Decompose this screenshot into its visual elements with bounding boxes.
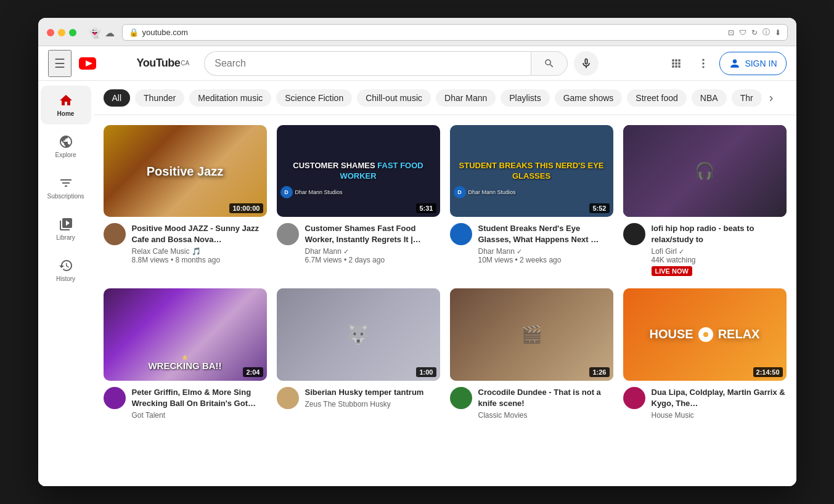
cloud-icon[interactable]: ☁ — [105, 27, 116, 38]
youtube-app: ☰ YouTubeCA — [38, 46, 796, 486]
sidebar-item-history[interactable]: History — [41, 251, 91, 290]
close-button[interactable] — [47, 29, 54, 36]
video-title-1: Positive Mood JAZZ - Sunny Jazz Cafe and… — [132, 223, 267, 245]
video-meta-8: Dua Lipa, Coldplay, Martin Garrix & Kygo… — [652, 387, 787, 420]
chip-nba[interactable]: NBA — [692, 89, 727, 107]
channel-name-8: House Music — [652, 411, 787, 420]
verified-icon-2: ✓ — [343, 248, 349, 255]
video-card-7[interactable]: 🎬 1:26 Crocodile Dundee - That is not a … — [450, 288, 613, 421]
reader-icon[interactable]: ⊡ — [728, 28, 734, 37]
maximize-button[interactable] — [69, 29, 76, 36]
yt-logo-ca: CA — [181, 60, 189, 67]
chip-streetfood[interactable]: Street food — [627, 89, 687, 107]
channel-name-2: Dhar Mann ✓ — [305, 247, 440, 256]
yt-logo[interactable]: YouTubeCA — [79, 57, 190, 70]
video-stats-1: 8.8M views • 8 months ago — [132, 256, 267, 264]
video-title-5: Peter Griffin, Elmo & More Sing Wrecking… — [132, 387, 267, 409]
chip-chillout[interactable]: Chill-out music — [357, 89, 431, 107]
yt-chips: All Thunder Meditation music Science Fic… — [94, 81, 796, 115]
chip-dharmann[interactable]: Dhar Mann — [436, 89, 496, 107]
video-card-8[interactable]: HOUSE RELAX 2:14:50 Dua Lipa, — [623, 288, 787, 421]
search-input[interactable] — [204, 51, 531, 76]
url-text: youtube.com — [142, 28, 188, 37]
video-thumbnail-5: ⭐ WRECKING BA!! 2:04 — [104, 288, 267, 380]
search-button[interactable] — [531, 51, 568, 76]
yt-search-bar — [204, 51, 599, 76]
video-meta-7: Crocodile Dundee - That is not a knife s… — [478, 387, 613, 420]
chip-all[interactable]: All — [104, 89, 131, 107]
video-card-2[interactable]: CUSTOMER SHAMES FAST FOOD WORKER D Dhar … — [277, 125, 440, 278]
video-title-6: Siberian Husky temper tantrum — [305, 387, 440, 398]
sidebar-label-history: History — [56, 275, 75, 282]
video-thumbnail-7: 🎬 1:26 — [450, 288, 613, 380]
address-bar-icons: ⊡ 🛡 ↻ ⓘ ⬇ — [728, 27, 781, 38]
yt-header: ☰ YouTubeCA — [38, 46, 796, 81]
video-duration-1: 10:00:00 — [229, 203, 263, 213]
sidebar-item-subscriptions[interactable]: Subscriptions — [41, 168, 91, 207]
chip-meditation[interactable]: Meditation music — [189, 89, 271, 107]
video-duration-6: 1:00 — [416, 367, 436, 377]
svg-point-2 — [703, 59, 705, 60]
sidebar-item-explore[interactable]: Explore — [41, 127, 91, 166]
channel-name-4: Lofi Girl ✓ — [652, 247, 787, 256]
sidebar-label-explore: Explore — [55, 152, 76, 158]
sign-in-button[interactable]: SIGN IN — [719, 52, 786, 75]
sidebar-label-subscriptions: Subscriptions — [47, 193, 84, 200]
video-card-5[interactable]: ⭐ WRECKING BA!! 2:04 Peter Griffin, Elmo… — [104, 288, 267, 421]
yt-logo-icon — [79, 57, 134, 70]
video-info-5: Peter Griffin, Elmo & More Sing Wrecking… — [104, 381, 267, 422]
more-button[interactable] — [692, 52, 714, 75]
svg-point-3 — [703, 62, 705, 64]
channel-name-6: Zeus The Stubborn Husky — [305, 400, 440, 408]
info-icon[interactable]: ⓘ — [762, 27, 770, 38]
video-card-3[interactable]: STUDENT BREAKS THIS NERD'S EYE GLASSES D… — [450, 125, 613, 278]
dhar-mann-logo-2: D Dhar Mann Studios — [280, 186, 343, 198]
yt-sidebar: Home Explore Subscriptions Library Histo… — [38, 81, 94, 486]
video-info-6: Siberian Husky temper tantrum Zeus The S… — [277, 381, 440, 412]
video-card-1[interactable]: Positive Jazz 10:00:00 Positive Mood JAZ… — [104, 125, 267, 278]
menu-button[interactable]: ☰ — [48, 50, 72, 77]
chip-gameshows[interactable]: Game shows — [555, 89, 623, 107]
video-duration-2: 5:31 — [416, 203, 436, 213]
video-meta-2: Customer Shames Fast Food Worker, Instan… — [305, 223, 440, 264]
sidebar-item-home[interactable]: Home — [41, 86, 91, 124]
video-thumbnail-6: 🐺 1:00 — [277, 288, 440, 380]
shield-icon[interactable]: 🛡 — [739, 28, 746, 37]
chip-thr[interactable]: Thr — [732, 89, 762, 107]
video-card-4[interactable]: 🎧 lofi hip hop radio - beats to relax/st… — [623, 125, 787, 278]
mic-button[interactable] — [574, 51, 599, 76]
video-meta-5: Peter Griffin, Elmo & More Sing Wrecking… — [132, 387, 267, 420]
traffic-lights — [47, 29, 76, 36]
chips-scroll-right[interactable]: › — [767, 88, 776, 107]
yt-content: All Thunder Meditation music Science Fic… — [94, 81, 796, 486]
video-info-2: Customer Shames Fast Food Worker, Instan… — [277, 217, 440, 267]
browser-window: 👻 ☁ 🔒 youtube.com ⊡ 🛡 ↻ ⓘ ⬇ ☰ — [38, 18, 796, 486]
dhar-mann-logo-3: D Dhar Mann Studios — [454, 186, 516, 198]
sidebar-item-library[interactable]: Library — [41, 209, 91, 248]
refresh-icon[interactable]: ↻ — [751, 28, 758, 37]
minimize-button[interactable] — [58, 29, 65, 36]
chip-playlists[interactable]: Playlists — [501, 89, 549, 107]
video-stats-4: 44K watching — [652, 256, 787, 264]
video-info-7: Crocodile Dundee - That is not a knife s… — [450, 381, 613, 422]
video-thumbnail-1: Positive Jazz 10:00:00 — [104, 125, 267, 217]
download-icon[interactable]: ⬇ — [775, 28, 781, 37]
address-bar[interactable]: 🔒 youtube.com ⊡ 🛡 ↻ ⓘ ⬇ — [122, 24, 788, 41]
video-meta-4: lofi hip hop radio - beats to relax/stud… — [652, 223, 787, 276]
video-card-6[interactable]: 🐺 1:00 Siberian Husky temper tantrum Zeu… — [277, 288, 440, 421]
chip-thunder[interactable]: Thunder — [135, 89, 184, 107]
chip-scifi[interactable]: Science Fiction — [276, 89, 352, 107]
avatar-3 — [450, 223, 472, 245]
apps-button[interactable] — [665, 52, 687, 75]
video-title-4: lofi hip hop radio - beats to relax/stud… — [652, 223, 787, 245]
lock-icon: 🔒 — [129, 28, 139, 37]
ghost-icon[interactable]: 👻 — [89, 27, 100, 38]
video-stats-2: 6.7M views • 2 days ago — [305, 256, 440, 264]
video-duration-8: 2:14:50 — [753, 367, 783, 377]
video-title-8: Dua Lipa, Coldplay, Martin Garrix & Kygo… — [652, 387, 787, 409]
avatar-1 — [104, 223, 126, 245]
thumb-text-1: Positive Jazz — [147, 164, 224, 179]
verified-icon-4: ✓ — [679, 248, 684, 255]
video-meta-6: Siberian Husky temper tantrum Zeus The S… — [305, 387, 440, 409]
avatar-7 — [450, 387, 472, 409]
